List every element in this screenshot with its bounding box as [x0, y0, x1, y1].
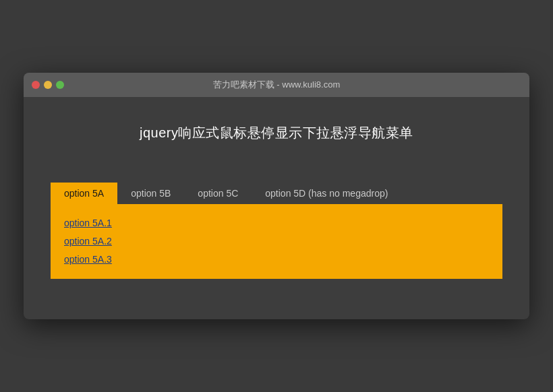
- close-button[interactable]: [32, 81, 40, 89]
- page-title: jquery响应式鼠标悬停显示下拉悬浮导航菜单: [51, 124, 502, 142]
- maximize-button[interactable]: [56, 81, 64, 89]
- dropdown-link-5a2[interactable]: option 5A.2: [64, 233, 489, 250]
- tab-5c[interactable]: option 5C: [184, 183, 252, 204]
- tab-5a[interactable]: option 5A: [51, 183, 117, 204]
- dropdown-link-5a3[interactable]: option 5A.3: [64, 251, 489, 268]
- minimize-button[interactable]: [44, 81, 52, 89]
- traffic-lights: [32, 81, 64, 89]
- browser-window: 苦力吧素材下载 - www.kuli8.com jquery响应式鼠标悬停显示下…: [24, 73, 529, 319]
- nav-tabs: option 5A option 5B option 5C option 5D …: [51, 183, 502, 204]
- window-content: jquery响应式鼠标悬停显示下拉悬浮导航菜单 option 5A option…: [24, 97, 529, 319]
- tab-5b[interactable]: option 5B: [117, 183, 184, 204]
- titlebar-text: 苦力吧素材下载 - www.kuli8.com: [213, 79, 341, 91]
- nav-container: option 5A option 5B option 5C option 5D …: [51, 183, 502, 279]
- titlebar: 苦力吧素材下载 - www.kuli8.com: [24, 73, 529, 97]
- dropdown-link-5a1[interactable]: option 5A.1: [64, 215, 489, 232]
- tab-5d[interactable]: option 5D (has no megadrop): [252, 183, 401, 204]
- dropdown-panel: option 5A.1 option 5A.2 option 5A.3: [51, 204, 502, 279]
